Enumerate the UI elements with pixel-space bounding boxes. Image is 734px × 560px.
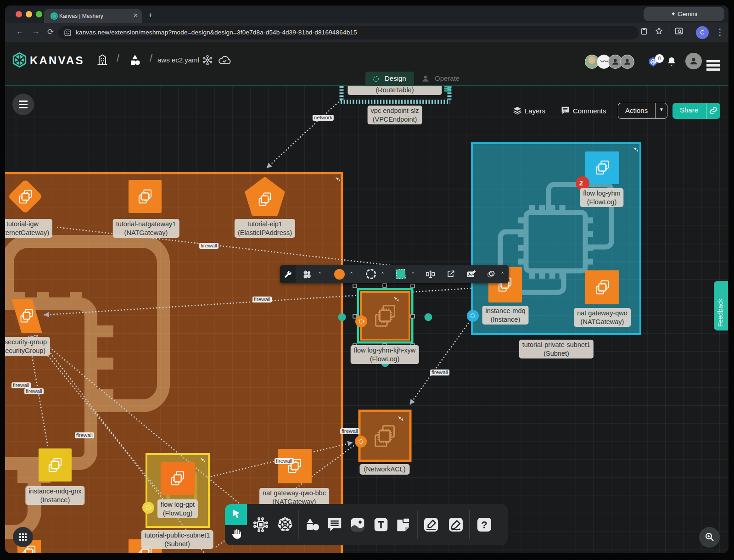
svg-text:?: ? (481, 519, 487, 531)
